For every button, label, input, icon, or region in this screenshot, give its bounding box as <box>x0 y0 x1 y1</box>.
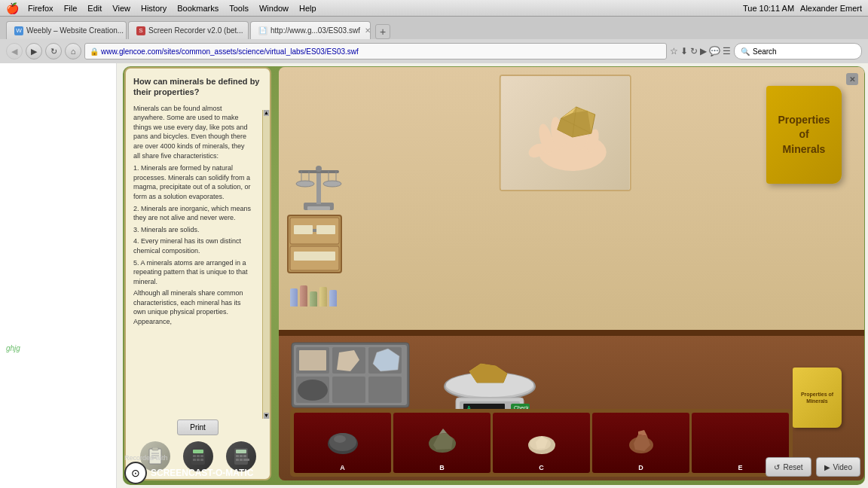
tray-d-label: D <box>637 462 645 473</box>
tray-c[interactable]: C <box>493 413 590 473</box>
screencast-logo: ⊙ <box>124 462 147 484</box>
svg-point-30 <box>323 181 341 187</box>
search-field[interactable]: 🔍 Search <box>734 43 862 59</box>
svg-rect-14 <box>236 450 246 453</box>
flash-content: How can minerals be defined by their pro… <box>117 63 868 488</box>
video-label: Video <box>833 463 852 471</box>
tab-label-weebly: Weebly – Website Creation... <box>26 26 124 35</box>
mineral-on-scale <box>466 360 511 386</box>
tray-b[interactable]: B <box>393 413 491 473</box>
menubar-right: Tue 10:11 AM Alexander Emert <box>743 4 862 13</box>
bottle-4 <box>319 287 327 307</box>
tray-e-label: E <box>736 462 744 473</box>
tab-weebly[interactable]: W Weebly – Website Creation... ✕ <box>6 21 127 39</box>
back-button[interactable]: ◀ <box>6 43 23 59</box>
tab-close-screenrecorder[interactable]: ✕ <box>248 26 249 35</box>
lab-text: Minerals can be found almost anywhere. S… <box>133 104 262 413</box>
menubar-user: Alexander Emert <box>800 4 862 13</box>
print-button[interactable]: Print <box>177 419 219 435</box>
download-icon[interactable]: ⬇ <box>680 46 688 56</box>
search-placeholder: Search <box>753 47 777 56</box>
properties-book-large[interactable]: PropertiesofMinerals <box>766 86 842 184</box>
new-tab-button[interactable]: + <box>375 24 390 39</box>
video-button[interactable]: ▶ Video <box>816 457 860 477</box>
lock-icon: 🔒 <box>90 47 99 56</box>
tray-e-mineral <box>692 416 789 461</box>
svg-rect-17 <box>243 455 246 457</box>
tray-a-label: A <box>338 462 347 473</box>
room-counter <box>279 330 864 336</box>
left-sidebar: ghjg <box>0 63 117 488</box>
tray-a[interactable]: A <box>294 413 391 473</box>
bookmark-icon[interactable]: ☆ <box>670 46 678 56</box>
svg-rect-71 <box>332 377 365 403</box>
svg-marker-64 <box>469 364 507 383</box>
menu-firefox[interactable]: Firefox <box>28 4 53 13</box>
svg-rect-39 <box>294 252 335 261</box>
svg-rect-7 <box>193 455 196 457</box>
sync-icon[interactable]: ↻ <box>690 46 698 56</box>
svg-rect-15 <box>236 455 239 457</box>
search-icon: 🔍 <box>741 47 750 56</box>
tab-favicon-lab: 📄 <box>258 26 267 35</box>
cabinet <box>286 214 343 274</box>
recorded-with-text: Recorded with <box>124 454 168 462</box>
menu-icon[interactable]: ☰ <box>723 46 731 56</box>
tray-c-label: C <box>537 462 546 473</box>
apple-menu[interactable]: 🍎 <box>6 2 19 14</box>
menubar-time: Tue 10:11 AM <box>743 4 794 13</box>
svg-marker-82 <box>439 429 447 434</box>
mineral-display-frame <box>499 75 631 191</box>
svg-rect-16 <box>240 455 243 457</box>
tray-d[interactable]: D <box>592 413 689 473</box>
url-text: www.glencoe.com/sites/common_assets/scie… <box>101 47 359 56</box>
menu-help[interactable]: Help <box>299 4 316 13</box>
tab-favicon-weebly: W <box>14 26 23 35</box>
svg-point-76 <box>298 380 328 401</box>
url-bar: ◀ ▶ ↻ ⌂ 🔒 www.glencoe.com/sites/common_a… <box>0 39 868 63</box>
home-button[interactable]: ⌂ <box>65 43 81 59</box>
text-scrollbar[interactable]: ▲ ▼ <box>262 110 270 419</box>
menu-edit[interactable]: Edit <box>87 4 102 13</box>
svg-point-29 <box>296 181 314 187</box>
scroll-down-arrow[interactable]: ▼ <box>264 413 269 419</box>
menu-file[interactable]: File <box>64 4 78 13</box>
menu-bookmarks[interactable]: Bookmarks <box>177 4 219 13</box>
reset-button[interactable]: ↺ Reset <box>766 457 811 477</box>
five-trays-container: A B <box>290 409 793 477</box>
chat-icon[interactable]: 💬 <box>709 46 720 56</box>
svg-rect-72 <box>368 377 402 403</box>
svg-rect-18 <box>236 459 239 461</box>
properties-book-small[interactable]: Properties of Minerals <box>793 368 842 428</box>
url-field[interactable]: 🔒 www.glencoe.com/sites/common_assets/sc… <box>84 43 667 59</box>
svg-rect-20 <box>243 459 249 461</box>
svg-rect-37 <box>294 225 313 234</box>
balance-scale <box>292 146 345 214</box>
tab-bar: W Weebly – Website Creation... ✕ S Scree… <box>0 17 868 39</box>
tray-c-mineral <box>493 416 590 461</box>
menu-tools[interactable]: Tools <box>229 4 249 13</box>
scene-close-button[interactable]: ✕ <box>846 73 858 85</box>
tab-lab[interactable]: 📄 http://www.g...03/ES03.swf ✕ <box>250 21 371 39</box>
svg-rect-22 <box>307 206 330 210</box>
tray-b-label: B <box>438 462 446 473</box>
bottle-1 <box>290 288 298 307</box>
svg-rect-12 <box>200 459 203 461</box>
scroll-up-arrow[interactable]: ▲ <box>264 110 269 116</box>
sidebar-text: ghjg <box>6 344 20 352</box>
reload-button[interactable]: ↻ <box>45 43 62 59</box>
tab-screenrecorder[interactable]: S Screen Recorder v2.0 (bet... ✕ <box>128 21 249 39</box>
menu-history[interactable]: History <box>141 4 167 13</box>
mac-menubar: 🍎 Firefox File Edit View History Bookmar… <box>0 0 868 17</box>
lab-info-panel: How can minerals be defined by their pro… <box>124 67 271 480</box>
forward-button[interactable]: ▶ <box>26 43 42 59</box>
menu-view[interactable]: View <box>112 4 130 13</box>
tab-favicon-screenrecorder: S <box>136 26 145 35</box>
mineral-hand <box>500 76 629 190</box>
tab-close-lab[interactable]: ✕ <box>365 26 371 35</box>
properties-book-small-title: Properties of Minerals <box>797 391 837 404</box>
menu-window[interactable]: Window <box>259 4 289 13</box>
youtube-icon[interactable]: ▶ <box>700 46 707 56</box>
lab-scene: ✕ PropertiesofMinerals <box>279 67 864 480</box>
svg-rect-38 <box>316 225 335 234</box>
